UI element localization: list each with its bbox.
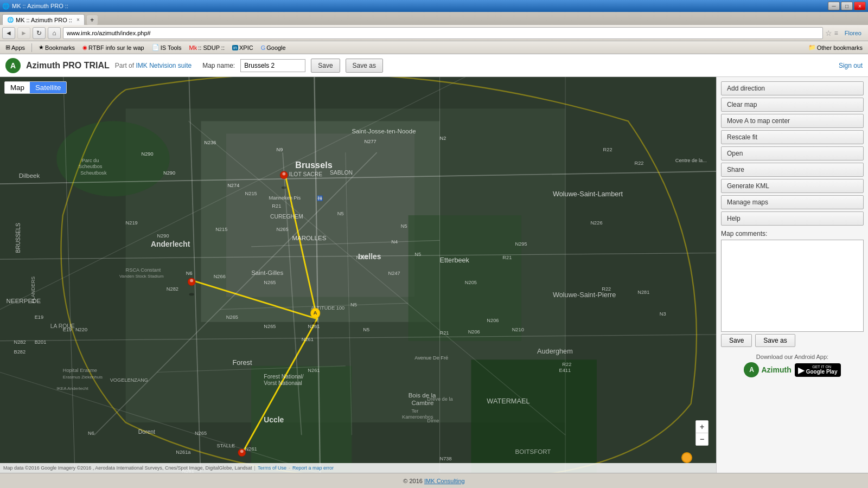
svg-rect-6 — [471, 359, 597, 472]
svg-text:R22: R22 — [562, 362, 571, 367]
svg-text:N261: N261 — [245, 446, 257, 452]
svg-text:N265: N265 — [264, 324, 276, 329]
svg-text:Dorent: Dorent — [138, 429, 155, 435]
map-comments-textarea[interactable] — [721, 240, 864, 332]
bookmark-apps[interactable]: ⊞ Apps — [3, 43, 27, 52]
save-button[interactable]: Save — [311, 59, 340, 73]
svg-text:MAROLLES: MAROLLES — [292, 235, 326, 241]
menu-icon[interactable]: ≡ — [834, 29, 838, 37]
svg-text:N215: N215 — [215, 227, 227, 232]
title-bar-left: 🌐 MK :: Azimuth PRO :: — [2, 3, 68, 10]
svg-text:N9: N9 — [276, 147, 283, 152]
svg-text:N290: N290 — [157, 233, 169, 239]
help-button[interactable]: Help — [721, 211, 864, 226]
bookmark-star-icon[interactable]: ☆ — [825, 29, 832, 37]
bookmark-google[interactable]: G Google — [259, 44, 288, 52]
company-link[interactable]: IMK Consulting — [424, 478, 465, 484]
map-type-satellite-button[interactable]: Satellite — [30, 82, 66, 93]
svg-text:N5: N5 — [350, 302, 357, 307]
clear-map-button[interactable]: Clear map — [721, 98, 864, 112]
svg-text:Scheutbosk: Scheutbosk — [80, 170, 107, 176]
svg-text:B201: B201 — [35, 339, 47, 345]
svg-text:SABLON: SABLON — [330, 170, 353, 176]
app-title: Azimuth PRO TRIAL — [26, 61, 110, 70]
suite-link[interactable]: IMK Netvision suite — [136, 62, 192, 69]
bookmark-rtbf[interactable]: ◉ RTBF info sur le wap — [80, 44, 146, 52]
maximize-button[interactable]: □ — [841, 2, 853, 10]
floreo-button[interactable]: Floreo — [840, 30, 866, 36]
map-name-input[interactable] — [240, 59, 305, 72]
svg-text:Scheutbos: Scheutbos — [79, 164, 103, 169]
zoom-in-button[interactable]: + — [696, 421, 708, 433]
svg-point-141 — [240, 450, 244, 453]
tabs-bar: 🌐 MK :: Azimuth PRO :: × + — [0, 12, 868, 25]
svg-text:N205: N205 — [465, 280, 477, 285]
bookmark-istools[interactable]: 📄 IS Tools — [150, 43, 184, 52]
open-button[interactable]: Open — [721, 146, 864, 160]
rescale-fit-button[interactable]: Rescale fit — [721, 130, 864, 144]
svg-text:N236: N236 — [204, 140, 216, 145]
move-a-button[interactable]: Move A to map center — [721, 114, 864, 128]
address-bar[interactable] — [63, 27, 823, 39]
new-tab-button[interactable]: + — [87, 15, 98, 25]
save-as-button[interactable]: Save as — [346, 59, 383, 73]
zoom-out-button[interactable]: − — [696, 433, 708, 445]
bookmark-bookmarks[interactable]: ★ Bookmarks — [36, 43, 77, 52]
svg-text:R21: R21 — [502, 255, 512, 260]
home-button[interactable]: ⌂ — [48, 27, 61, 39]
separator-2: - — [289, 465, 290, 471]
google-icon: G — [261, 44, 266, 51]
svg-text:Avenue De Fré: Avenue De Fré — [414, 355, 448, 361]
panel-save-button[interactable]: Save — [721, 334, 752, 347]
minimize-button[interactable]: ─ — [828, 2, 840, 10]
map-type-map-button[interactable]: Map — [5, 82, 30, 93]
svg-text:N290: N290 — [142, 151, 154, 157]
svg-text:B282: B282 — [14, 349, 25, 355]
sign-out-link[interactable]: Sign out — [839, 62, 863, 69]
add-direction-button[interactable]: Add direction — [721, 81, 864, 95]
google-play-button[interactable]: ▶ GET IT ON Google Play — [795, 363, 841, 377]
svg-text:Vanden Stock Stadium: Vanden Stock Stadium — [119, 274, 164, 279]
svg-text:N266: N266 — [214, 274, 226, 279]
svg-text:Auderghem: Auderghem — [537, 347, 573, 355]
tab-label: MK :: Azimuth PRO :: — [16, 17, 72, 23]
play-text: GET IT ON Google Play — [806, 365, 838, 375]
close-button[interactable]: × — [854, 2, 866, 10]
svg-text:N5: N5 — [414, 252, 421, 257]
main-content: Brussels ILOT SACRE Saint-Josse-ten-Nood… — [0, 77, 868, 473]
forward-button[interactable]: ► — [17, 27, 30, 39]
svg-text:N2: N2 — [440, 136, 446, 141]
svg-text:N265: N265 — [276, 227, 288, 232]
report-link[interactable]: Report a map error — [292, 465, 334, 471]
svg-text:N206: N206 — [468, 329, 480, 335]
svg-rect-5 — [409, 215, 521, 341]
svg-text:ILOT SACRE: ILOT SACRE — [289, 171, 323, 177]
svg-text:Vorst Nationaal: Vorst Nationaal — [264, 380, 302, 386]
tab-close-icon[interactable]: × — [76, 17, 80, 23]
sdup-icon: Mk — [189, 44, 197, 51]
map-svg: Brussels ILOT SACRE Saint-Josse-ten-Nood… — [0, 77, 716, 473]
map-area[interactable]: Brussels ILOT SACRE Saint-Josse-ten-Nood… — [0, 77, 716, 473]
back-button[interactable]: ◄ — [2, 27, 15, 39]
bookmark-sdup[interactable]: Mk :: SDUP :: — [187, 44, 227, 52]
manage-maps-button[interactable]: Manage maps — [721, 195, 864, 209]
svg-text:N5: N5 — [363, 327, 369, 332]
bookmark-xpic[interactable]: in XPIC — [230, 44, 256, 52]
svg-text:Drève de la: Drève de la — [427, 396, 453, 402]
svg-text:Erasmus Ziekenhuis: Erasmus Ziekenhuis — [63, 375, 103, 380]
bookmark-other[interactable]: 📁 Other bookmarks — [806, 43, 865, 52]
share-button[interactable]: Share — [721, 163, 864, 177]
street-view-peg[interactable] — [681, 452, 692, 463]
panel-save-as-button[interactable]: Save as — [755, 334, 795, 347]
main-tab[interactable]: 🌐 MK :: Azimuth PRO :: × — [2, 14, 85, 25]
svg-point-139 — [190, 279, 193, 282]
terms-link[interactable]: Terms of Use — [258, 465, 286, 471]
svg-text:E19: E19 — [63, 327, 72, 332]
map-type-control: Map Satellite — [4, 81, 67, 94]
title-bar-text: MK :: Azimuth PRO :: — [12, 3, 68, 9]
generate-kml-button[interactable]: Generate KML — [721, 179, 864, 193]
svg-text:Forest: Forest — [232, 358, 252, 367]
svg-text:N247: N247 — [388, 271, 400, 276]
refresh-button[interactable]: ↻ — [33, 27, 46, 39]
svg-text:N206: N206 — [487, 318, 499, 323]
